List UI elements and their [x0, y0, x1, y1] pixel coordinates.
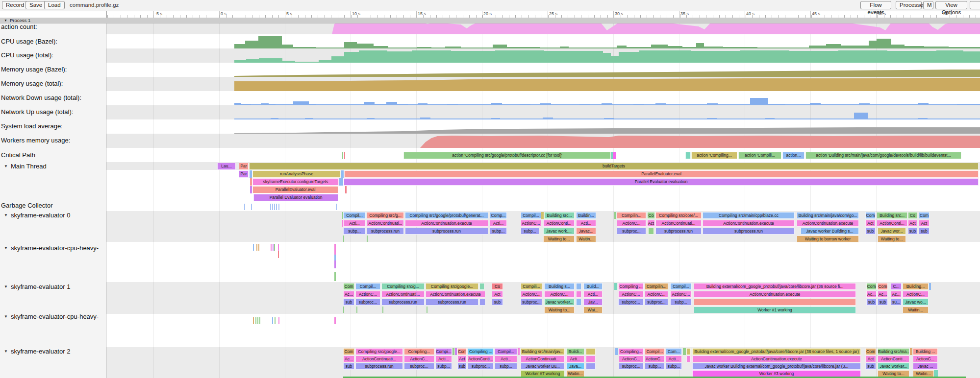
counter-chart-system-load[interactable]	[0, 121, 980, 134]
main-thread-span[interactable]: ParallelEvaluator.eval	[252, 186, 338, 193]
skyframe-evaluator-1-span[interactable]: Com	[866, 283, 877, 290]
skyframe-evaluator-2-span[interactable]: Acti...	[566, 355, 584, 362]
skyframe-evaluator-0-span[interactable]: subprocess.run	[655, 228, 702, 235]
skyframe-evaluator-0-span[interactable]: Act	[865, 220, 876, 227]
main-thread-span[interactable]: runAnalysisPhase	[252, 170, 341, 178]
processes-button[interactable]: Processes	[896, 1, 922, 9]
trace-tick[interactable]	[274, 244, 275, 251]
skyframe-evaluator-0-span[interactable]: Waiting to borrow worker	[797, 236, 859, 242]
skyframe-evaluator-1-span[interactable]: Javac wo...	[903, 299, 929, 306]
trace-tick[interactable]	[334, 272, 336, 281]
skyframe-evaluator-0-span[interactable]: Building src...	[877, 212, 907, 219]
skyframe-evaluator-0-span[interactable]: Compiling src/google/protobuf/generat...	[405, 212, 488, 219]
load-button[interactable]: Load	[44, 1, 65, 9]
skyframe-evaluator-2-span[interactable]	[686, 355, 691, 362]
skyframe-evaluator-1-span[interactable]	[576, 283, 581, 290]
trace-tick[interactable]	[255, 317, 256, 324]
skyframe-evaluator-1-span[interactable]: C...	[891, 283, 902, 290]
trace-tick[interactable]	[259, 317, 260, 324]
skyframe-evaluator-0-span[interactable]: ActionC...	[617, 220, 646, 227]
skyframe-evaluator-2-span[interactable]: Buildi...	[566, 348, 584, 355]
skyframe-evaluator-0-span[interactable]: subp...	[490, 228, 507, 235]
skyframe-evaluator-1-span[interactable]: Compili...	[521, 283, 542, 290]
main-thread-span[interactable]: Parallel Evaluator evaluation	[253, 194, 338, 201]
trace-tick[interactable]	[275, 317, 276, 324]
trace-tick[interactable]	[256, 244, 257, 251]
skyframe-evaluator-1-span[interactable]: ActionContinuation.execute	[694, 291, 856, 298]
skyframe-evaluator-2-span[interactable]: subprocess.run	[355, 363, 403, 370]
trace-tick[interactable]	[273, 244, 274, 251]
skyframe-evaluator-1-span[interactable]: Ac...	[878, 291, 888, 298]
skyframe-evaluator-2-span[interactable]: subproc...	[468, 363, 494, 370]
skyframe-evaluator-0-span[interactable]: Comp...	[490, 212, 507, 219]
save-button[interactable]: Save	[25, 1, 46, 9]
flow-events-button[interactable]: Flow events	[860, 1, 891, 9]
skyframe-evaluator-0-span[interactable]: sub	[919, 228, 930, 235]
skyframe-evaluator-1-span[interactable]: Wai...	[583, 307, 603, 313]
skyframe-evaluator-2-span[interactable]: Compil...	[645, 348, 665, 355]
skyframe-evaluator-2-span[interactable]: Compiling...	[404, 348, 434, 355]
skyframe-evaluator-0-span[interactable]	[614, 212, 616, 219]
skyframe-evaluator-2-span[interactable]: Javac ...	[913, 363, 938, 370]
skyframe-evaluator-2-span[interactable]: subp...	[666, 363, 682, 370]
skyframe-evaluator-1-span[interactable]: ActionContinuation.execute	[426, 291, 485, 298]
skyframe-evaluator-2-span[interactable]: Building ...	[913, 348, 938, 355]
skyframe-evaluator-0-span[interactable]: Act	[647, 220, 655, 227]
skyframe-evaluator-2-span[interactable]: Compiling ...	[468, 348, 494, 355]
main-thread-span[interactable]	[250, 170, 252, 178]
skyframe-evaluator-2-span[interactable]: Worker #3 working	[692, 370, 861, 377]
main-thread-span[interactable]	[341, 170, 344, 178]
skyframe-evaluator-0-span[interactable]: Javac work....	[543, 228, 575, 235]
skyframe-evaluator-2-span[interactable]	[910, 348, 912, 355]
skyframe-evaluator-1-span[interactable]: Ac...	[343, 291, 354, 298]
skyframe-evaluator-0-span[interactable]: Waiting to...	[543, 236, 575, 242]
skyframe-evaluator-0-span[interactable]: Acti...	[576, 220, 596, 227]
skyframe-evaluator-2-span[interactable]: sub	[865, 363, 876, 370]
track-label-skyframe-evaluator-cpu-heavy[interactable]: ▼skyframe-evaluator-cpu-heavy-	[0, 244, 105, 252]
skyframe-evaluator-2-span[interactable]: Compil...	[495, 348, 517, 355]
skyframe-evaluator-1-span[interactable]: ActionC...	[903, 291, 929, 298]
trace-tick[interactable]	[244, 204, 245, 210]
trace-tick[interactable]	[274, 204, 275, 210]
skyframe-evaluator-0-span[interactable]: subprocess.run	[405, 228, 488, 235]
skyframe-evaluator-2-span[interactable]: Building external/com_google_protobuf/ja…	[692, 348, 861, 355]
counter-chart-mem-total[interactable]	[0, 77, 980, 91]
skyframe-evaluator-0-span[interactable]: ActionConti...	[877, 220, 907, 227]
counter-chart-net-down[interactable]	[0, 93, 980, 105]
counter-chart-cpu-total[interactable]	[0, 50, 980, 63]
skyframe-evaluator-2-span[interactable]: Building src/ma...	[878, 348, 909, 355]
skyframe-evaluator-0-span[interactable]: Javac worker Building s...	[801, 228, 859, 235]
skyframe-evaluator-1-span[interactable]: Acti...	[583, 291, 603, 298]
skyframe-evaluator-1-span[interactable]	[694, 299, 856, 306]
trace-tick[interactable]	[251, 204, 252, 210]
skyframe-evaluator-0-span[interactable]: Waiting to...	[878, 236, 906, 242]
main-thread-span[interactable]	[339, 178, 343, 186]
skyframe-evaluator-1-span[interactable]: ActionContinuati...	[381, 291, 425, 298]
skyframe-evaluator-2-span[interactable]: Com...	[666, 348, 682, 355]
skyframe-evaluator-0-span[interactable]: Acti...	[343, 220, 366, 227]
partial-button[interactable]	[970, 1, 980, 9]
skyframe-evaluator-1-span[interactable]: sub	[878, 299, 888, 306]
skyframe-evaluator-1-span[interactable]: sub	[492, 299, 503, 306]
trace-tick[interactable]	[356, 307, 357, 313]
track-label-main-thread[interactable]: ▼Main Thread	[0, 163, 105, 170]
trace-tick[interactable]	[278, 204, 279, 210]
view-options-button[interactable]: View Options	[935, 1, 967, 9]
skyframe-evaluator-2-span[interactable]	[586, 363, 596, 370]
skyframe-evaluator-2-span[interactable]: ActionC...	[619, 355, 644, 362]
skyframe-evaluator-0-span[interactable]: Building src...	[544, 212, 575, 219]
skyframe-evaluator-1-span[interactable]	[614, 283, 617, 290]
skyframe-evaluator-2-span[interactable]: Com	[457, 348, 467, 355]
skyframe-evaluator-1-span[interactable]: ActionC...	[521, 291, 542, 298]
skyframe-evaluator-2-span[interactable]: ActionC...	[645, 355, 665, 362]
main-thread-span[interactable]: skyframeExecutor.configureTargets	[252, 178, 339, 186]
skyframe-evaluator-2-span[interactable]: Com	[865, 348, 876, 355]
skyframe-evaluator-2-span[interactable]	[518, 348, 520, 355]
track-label-skyframe-evaluator-cpu-heavy[interactable]: ▼skyframe-evaluator-cpu-heavy-	[0, 313, 105, 321]
collapse-triangle-icon[interactable]: ▼	[4, 284, 8, 289]
track-label-skyframe-evaluator-1[interactable]: ▼skyframe-evaluator 1	[0, 283, 105, 291]
trace-tick[interactable]	[258, 244, 259, 251]
main-thread-span[interactable]	[345, 186, 347, 193]
record-button[interactable]: Record	[2, 1, 28, 9]
skyframe-evaluator-2-span[interactable]: ActionC...	[913, 355, 938, 362]
